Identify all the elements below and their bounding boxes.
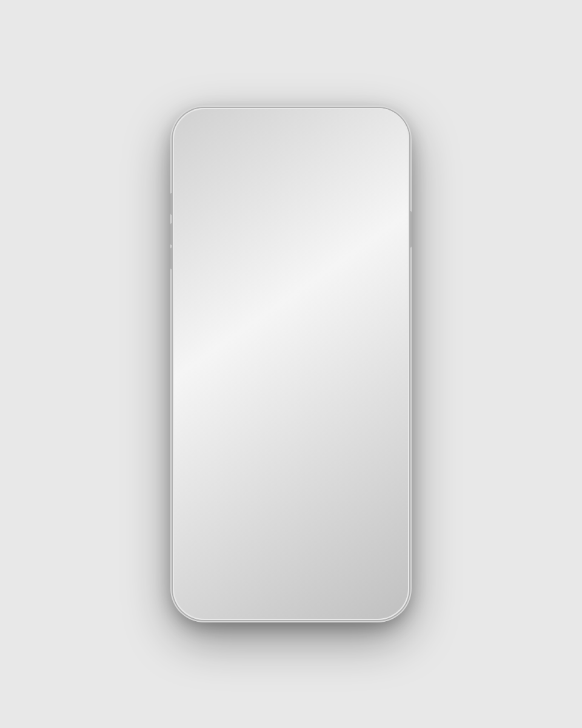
svg-point-15: [346, 428, 365, 441]
svg-rect-30: [368, 482, 371, 497]
search-icon: [369, 203, 381, 215]
signal-bar-3: [351, 127, 353, 133]
brand-item-marvel[interactable]: Marvel: [191, 465, 255, 539]
svg-point-19: [225, 480, 231, 488]
promo-title: Get It With PayPal Credit: [193, 269, 389, 283]
brand-item-dyson[interactable]: Dyson: [327, 465, 391, 539]
back-icon: [204, 591, 212, 603]
logo-y: y: [216, 171, 224, 189]
svg-point-4: [380, 183, 383, 186]
tabs-button[interactable]: [362, 585, 386, 609]
home-indicator: [252, 604, 330, 607]
more-pill[interactable]: ›: [372, 231, 390, 249]
account-icon[interactable]: [350, 173, 364, 189]
browser-bar: 🔒 ebay.com ↺: [181, 136, 401, 165]
electronics-pill[interactable]: Electronics: [301, 231, 366, 249]
status-indicators: [345, 125, 386, 133]
signal-bar-2: [348, 129, 350, 133]
callaway-brand-name: Callaway: [343, 451, 375, 460]
forward-icon: [246, 591, 253, 603]
svg-rect-25: [353, 483, 366, 501]
status-time: 9:39: [196, 124, 214, 134]
apple-product-image: [273, 391, 309, 440]
svg-point-3: [354, 175, 360, 181]
signal-bar-1: [345, 130, 347, 133]
brand-item-bose[interactable]: Bose: [191, 385, 255, 460]
vacuum-circle: [329, 465, 390, 525]
svg-rect-1: [385, 127, 386, 130]
category-pills: Deals Fashion Electronics ›: [181, 226, 401, 256]
brand-item-apple[interactable]: Apple: [259, 385, 323, 460]
deals-pill[interactable]: Deals: [191, 231, 236, 249]
wifi-icon: [359, 126, 369, 133]
cart-icon[interactable]: [374, 173, 391, 189]
signal-icon: [345, 125, 356, 133]
svg-line-20: [206, 507, 212, 518]
tabs-icon: [367, 590, 381, 604]
svg-point-18: [214, 480, 220, 488]
search-input[interactable]: [192, 198, 359, 220]
phone-screen: 9:39: [181, 116, 401, 612]
svg-rect-29: [348, 482, 351, 497]
promo-subtitle: Shop today and pay over time.: [193, 287, 389, 297]
apple-brand-name: Apple: [281, 451, 301, 460]
svg-rect-27: [356, 504, 363, 513]
notch: [246, 116, 336, 135]
spiderman-product-image: [201, 471, 244, 519]
search-bar: [191, 197, 391, 221]
app-content: ebay: [181, 165, 401, 556]
svg-line-14: [358, 393, 361, 434]
svg-rect-9: [233, 414, 242, 428]
apple-circle: [261, 385, 321, 446]
tablet-product-image: [268, 471, 313, 519]
refresh-button[interactable]: ↺: [380, 141, 393, 160]
bookmarks-icon: [325, 590, 340, 604]
logo-e: e: [191, 171, 199, 189]
callaway-product-image: [341, 390, 378, 442]
fashion-pill[interactable]: Fashion: [242, 231, 295, 249]
brand-item-callaway[interactable]: Callaway: [327, 385, 391, 460]
logo-b: b: [199, 171, 208, 189]
url-bar[interactable]: 🔒 ebay.com: [189, 142, 375, 159]
svg-rect-11: [281, 399, 301, 428]
spiderman-circle: [192, 465, 253, 525]
dyson-brand-name: Dyson: [348, 530, 370, 539]
bose-product-image: [198, 391, 247, 440]
safari-bottom-bar: [181, 581, 401, 612]
callaway-circle: [329, 385, 390, 446]
share-icon: [284, 589, 298, 605]
bose-circle: [192, 385, 253, 446]
lock-icon: 🔒: [196, 147, 204, 155]
brands-section: Go-To Brands at Can't-Miss Prices →: [181, 328, 401, 545]
brands-grid: Bose Apple: [191, 385, 391, 539]
svg-rect-12: [286, 393, 296, 396]
svg-point-5: [386, 183, 389, 186]
bose-brand-name: Bose: [214, 451, 232, 460]
brands-title: Go-To Brands at Can't-Miss Prices →: [191, 340, 391, 376]
svg-point-17: [210, 489, 235, 519]
back-button[interactable]: [196, 585, 220, 609]
search-container: [181, 195, 401, 226]
svg-line-7: [376, 211, 380, 215]
svg-rect-28: [353, 512, 366, 515]
search-button[interactable]: [359, 198, 390, 220]
vacuum-product-image: [338, 471, 381, 519]
signal-bar-4: [354, 125, 356, 133]
ebay-header: ebay: [181, 165, 401, 195]
header-icons: [350, 173, 391, 189]
brand-item-samsung[interactable]: Samsung: [259, 465, 323, 539]
phone-device: 9:39: [173, 108, 409, 620]
samsung-brand-name: Samsung: [275, 530, 308, 539]
tablet-circle: [261, 465, 321, 525]
svg-rect-8: [203, 414, 212, 428]
url-text: ebay.com: [208, 146, 244, 155]
logo-a: a: [208, 171, 216, 189]
marvel-brand-name: Marvel: [211, 530, 235, 539]
svg-line-21: [233, 507, 239, 518]
svg-rect-2: [373, 127, 383, 131]
promo-cta[interactable]: Learn More →: [193, 305, 389, 315]
battery-icon: [372, 126, 386, 133]
ebay-logo: ebay: [191, 171, 224, 190]
promo-banner[interactable]: Get It With PayPal Credit Shop today and…: [181, 258, 401, 326]
